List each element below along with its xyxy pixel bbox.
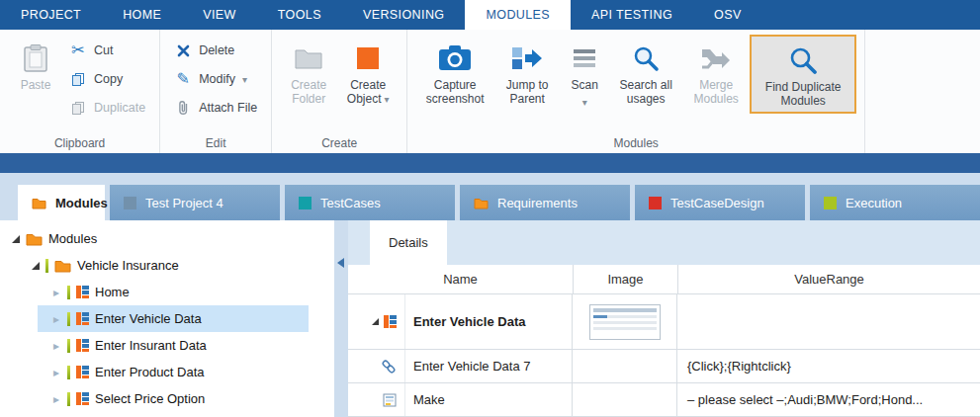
attach-file-label: Attach File [199,101,257,115]
modules-folder-icon [32,197,46,209]
ribbon-group-clipboard: Paste Cut Copy Duplicate [0,30,160,153]
create-object-caret-icon[interactable] [385,92,390,106]
cell-valuerange[interactable] [677,294,980,349]
tree-item-vehicle-insurance[interactable]: Vehicle Insurance [0,252,334,279]
column-header-name[interactable]: Name [348,265,574,293]
testcases-icon [299,197,312,209]
collapse-panel-arrow-icon[interactable] [337,258,344,268]
document-tab-bar: Modules × Test Project 4 TestCases Requi… [18,185,980,220]
menu-item-tools[interactable]: TOOLS [257,0,342,30]
cell-name[interactable]: Enter Vehicle Data 7 [405,350,573,382]
expanded-triangle-icon[interactable] [12,235,20,243]
cell-valuerange[interactable]: – please select –;Audi;BMW;Ford;Hond... [677,383,980,416]
collapsed-triangle-icon[interactable] [51,340,61,352]
menu-item-project[interactable]: PROJECT [0,0,102,30]
link-icon [381,359,397,375]
row-gutter [348,294,405,349]
table-row[interactable]: Make – please select –;Audi;BMW;Ford;Hon… [348,383,980,417]
collapsed-triangle-icon[interactable] [51,313,61,325]
paste-label: Paste [13,78,58,92]
scan-button[interactable]: Scan [560,35,609,114]
scan-dropdown-caret-icon[interactable] [582,92,587,110]
column-header-image[interactable]: Image [574,265,678,293]
tab-label: Modules [55,196,108,210]
delete-button[interactable]: Delete [168,38,263,63]
collapsed-triangle-icon[interactable] [51,287,61,298]
collapsed-triangle-icon[interactable] [51,367,61,378]
tree-item-home[interactable]: Home [0,279,334,305]
cell-image[interactable] [573,350,677,382]
menu-bar: PROJECT HOME VIEW TOOLS VERSIONING MODUL… [0,0,980,30]
duplicate-button[interactable]: Duplicate [63,95,151,121]
copy-button[interactable]: Copy [63,66,151,92]
ribbon-filler [865,30,980,153]
main-content: Modules Vehicle Insurance Home [0,220,980,417]
duplicate-label: Duplicate [94,101,145,115]
tree-item-enter-insurant-data[interactable]: Enter Insurant Data [0,332,334,359]
tab-test-project-4[interactable]: Test Project 4 [110,185,280,220]
modify-dropdown-caret-icon[interactable] [242,72,247,86]
menu-item-view[interactable]: VIEW [182,0,257,30]
ribbon-group-modules: Capture screenshot Jump to Parent Scan [407,30,865,153]
cut-scissors-icon [69,42,87,58]
thumbnail-header-bar [593,308,657,312]
search-magnifier-icon [632,39,660,78]
tree-item-label: Home [95,285,130,299]
menu-item-versioning[interactable]: VERSIONING [342,0,466,30]
paste-button[interactable]: Paste [8,35,63,96]
menu-item-home[interactable]: HOME [102,0,182,30]
jump-to-parent-button[interactable]: Jump to Parent [494,35,560,110]
copy-label: Copy [94,72,123,86]
expanded-triangle-icon[interactable] [32,262,40,270]
tree-item-label: Enter Vehicle Data [95,311,202,326]
attach-file-button[interactable]: Attach File [168,95,263,121]
menu-item-osv[interactable]: OSV [693,0,762,30]
tree-item-enter-vehicle-data[interactable]: Enter Vehicle Data [0,305,334,332]
menu-item-api-testing[interactable]: API TESTING [571,0,693,30]
ribbon-bottom-band [0,153,980,173]
tab-modules[interactable]: Modules × [18,185,105,220]
capture-screenshot-button[interactable]: Capture screenshot [415,35,494,110]
cell-image[interactable] [573,383,677,416]
tab-label: TestCaseDesign [670,196,764,210]
row-gutter [348,383,405,416]
column-header-valuerange[interactable]: ValueRange [678,265,980,293]
tree-item-select-price-option[interactable]: Select Price Option [0,385,334,412]
find-duplicate-magnifier-icon [788,41,818,80]
cell-name[interactable]: Make [405,383,573,416]
thumbnail-line [593,321,657,324]
listbox-icon [383,393,397,407]
expanded-triangle-icon[interactable] [372,318,379,325]
group-label-create: Create [272,136,406,150]
folder-orange-icon [26,232,43,246]
panel-splitter[interactable] [334,220,348,417]
tree-item-enter-product-data[interactable]: Enter Product Data [0,359,334,385]
tab-testcasedesign[interactable]: TestCaseDesign [635,185,805,220]
cell-image[interactable] [573,294,677,349]
tab-details[interactable]: Details [370,220,447,265]
edit-small-buttons: Delete Modify Attach File [168,35,263,121]
tab-testcases[interactable]: TestCases [285,185,455,220]
menu-item-modules[interactable]: MODULES [465,0,571,30]
create-folder-button[interactable]: Create Folder [280,35,337,110]
grid-header-row: Name Image ValueRange [348,265,980,294]
create-object-button[interactable]: Create Object [337,35,399,111]
module-icon [76,339,89,352]
modify-button[interactable]: Modify [168,66,263,92]
delete-x-icon [174,44,192,57]
collapsed-triangle-icon[interactable] [51,393,61,405]
module-screenshot-thumbnail[interactable] [589,304,661,340]
table-row[interactable]: Enter Vehicle Data [348,294,980,350]
merge-modules-button[interactable]: Merge Modules [682,35,750,110]
search-all-usages-button[interactable]: Search all usages [609,35,682,110]
checkout-state-bar-icon [67,286,70,299]
find-duplicate-modules-button[interactable]: Find Duplicate Modules [750,35,856,114]
cut-button[interactable]: Cut [63,38,151,63]
tab-requirements[interactable]: Requirements [460,185,630,220]
cell-valuerange[interactable]: {Click};{Rightclick} [677,350,980,382]
tree-item-modules-root[interactable]: Modules [0,225,334,252]
tab-execution[interactable]: Execution [810,185,980,220]
table-row[interactable]: Enter Vehicle Data 7 {Click};{Rightclick… [348,350,980,383]
checkout-state-bar-icon [45,259,48,273]
cell-name[interactable]: Enter Vehicle Data [405,294,573,349]
